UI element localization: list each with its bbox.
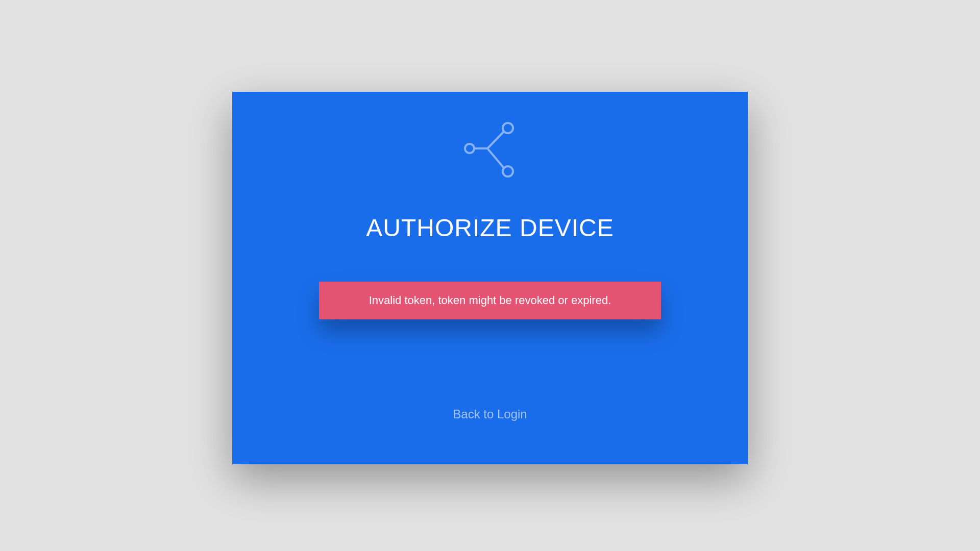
svg-line-4 xyxy=(487,132,504,148)
error-message-banner: Invalid token, token might be revoked or… xyxy=(319,282,661,319)
svg-line-5 xyxy=(487,148,504,168)
page-title: AUTHORIZE DEVICE xyxy=(366,214,614,242)
back-to-login-link[interactable]: Back to Login xyxy=(453,407,527,421)
svg-point-0 xyxy=(465,144,474,153)
authorize-device-card: AUTHORIZE DEVICE Invalid token, token mi… xyxy=(232,92,748,464)
svg-point-2 xyxy=(503,166,513,177)
network-logo-icon xyxy=(462,120,518,179)
svg-point-1 xyxy=(503,123,513,133)
